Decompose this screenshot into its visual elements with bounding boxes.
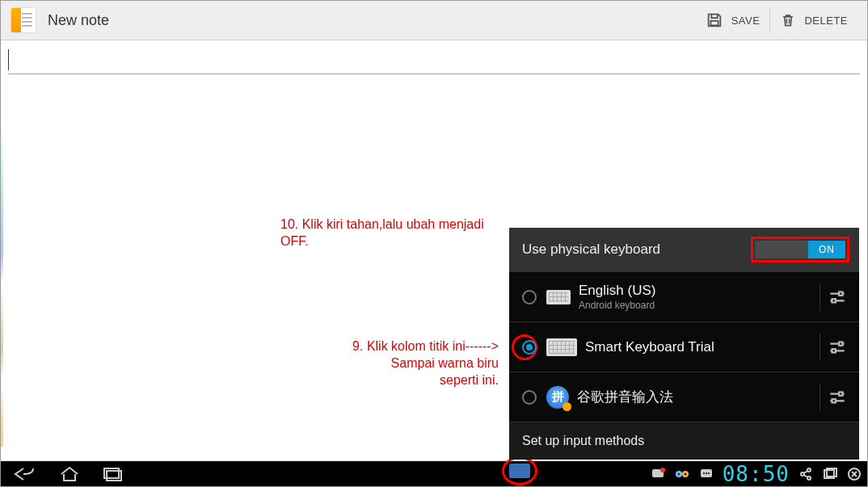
svg-rect-2: [832, 299, 836, 302]
radio-unchecked-icon[interactable]: [522, 290, 537, 304]
status-clock: 08:50: [723, 462, 790, 486]
svg-point-13: [677, 472, 680, 475]
ime-settings-button[interactable]: [827, 287, 848, 308]
navigation-bar: 08:50: [1, 461, 867, 486]
trash-icon: [780, 11, 796, 29]
svg-point-17: [706, 472, 707, 474]
status-icons: 08:50: [650, 461, 862, 486]
share-icon[interactable]: [798, 466, 814, 482]
radio-unchecked-icon[interactable]: [522, 390, 537, 405]
ime-settings-button[interactable]: [827, 337, 848, 358]
annotation-line: Sampai warna biru: [337, 355, 499, 372]
ime-option-title: 谷歌拼音输入法: [577, 388, 813, 406]
ime-header: Use physical keyboard ON: [509, 228, 859, 271]
owl-notification-icon[interactable]: [674, 466, 690, 482]
ime-labels: Smart Keyboard Trial: [585, 339, 813, 355]
delete-label: DELETE: [804, 15, 848, 27]
keyboard-icon: [546, 290, 571, 304]
annotation-line: 9. Klik kolom titik ini------>: [337, 338, 499, 355]
svg-point-16: [703, 472, 705, 474]
ruled-line: [8, 73, 860, 74]
text-cursor: [8, 49, 9, 70]
separator: [820, 384, 820, 411]
ime-option-title: English (US): [579, 283, 813, 299]
annotation-highlight-box: ON: [751, 237, 849, 262]
close-icon[interactable]: [846, 466, 862, 482]
radio-checked-icon[interactable]: [522, 340, 537, 355]
svg-point-10: [660, 468, 665, 472]
pinyin-icon: 拼: [546, 386, 569, 409]
svg-rect-3: [839, 342, 842, 345]
screenshot-icon[interactable]: [822, 466, 838, 482]
svg-point-18: [708, 472, 710, 474]
save-icon: [706, 11, 723, 29]
nav-buttons: [7, 466, 122, 482]
ime-option-english[interactable]: English (US) Android keyboard: [509, 271, 859, 321]
bbm-notification-icon[interactable]: [650, 466, 666, 482]
separator: [820, 334, 820, 361]
ime-header-title: Use physical keyboard: [522, 241, 660, 258]
delete-button[interactable]: DELETE: [770, 1, 857, 40]
action-bar: New note SAVE DELETE: [1, 1, 867, 40]
svg-rect-5: [839, 392, 842, 395]
annotation-step-9: 9. Klik kolom titik ini------> Sampai wa…: [337, 338, 499, 388]
save-button[interactable]: SAVE: [696, 1, 770, 40]
input-method-popup: Use physical keyboard ON English (US) An…: [509, 228, 859, 460]
svg-rect-0: [710, 21, 718, 25]
ime-option-title: Smart Keyboard Trial: [585, 339, 813, 355]
window: New note SAVE DELETE 10. Klik kiri tahan…: [0, 0, 868, 487]
ime-labels: English (US) Android keyboard: [579, 283, 813, 311]
toggle-on-label: ON: [808, 241, 845, 258]
ime-labels: 谷歌拼音输入法: [577, 388, 813, 406]
keyboard-notification-icon[interactable]: [509, 464, 530, 478]
annotation-highlight-circle: [502, 456, 537, 485]
save-label: SAVE: [731, 15, 761, 27]
recent-apps-button[interactable]: [103, 467, 122, 481]
physical-keyboard-toggle[interactable]: ON: [755, 241, 845, 258]
ime-option-subtitle: Android keyboard: [579, 300, 813, 311]
ime-option-google-pinyin[interactable]: 拼 谷歌拼音输入法: [509, 372, 859, 422]
annotation-line: seperti ini.: [337, 372, 499, 389]
setup-input-methods-button[interactable]: Set up input methods: [509, 422, 859, 460]
home-button[interactable]: [59, 466, 80, 482]
ime-option-smart-keyboard[interactable]: Smart Keyboard Trial: [509, 321, 859, 372]
svg-rect-6: [832, 399, 836, 402]
svg-rect-4: [832, 349, 836, 352]
keyboard-icon: [546, 338, 577, 356]
decorative-edge: [1, 43, 3, 447]
bbm-icon[interactable]: [698, 466, 714, 482]
back-button[interactable]: [12, 466, 36, 482]
svg-point-14: [684, 472, 686, 475]
notes-app-icon[interactable]: [11, 7, 36, 33]
annotation-step-10: 10. Klik kiri tahan,lalu ubah menjadi OF…: [280, 216, 487, 250]
separator: [820, 283, 820, 311]
ime-settings-button[interactable]: [827, 387, 848, 408]
svg-rect-1: [839, 292, 842, 295]
page-title: New note: [48, 12, 696, 29]
